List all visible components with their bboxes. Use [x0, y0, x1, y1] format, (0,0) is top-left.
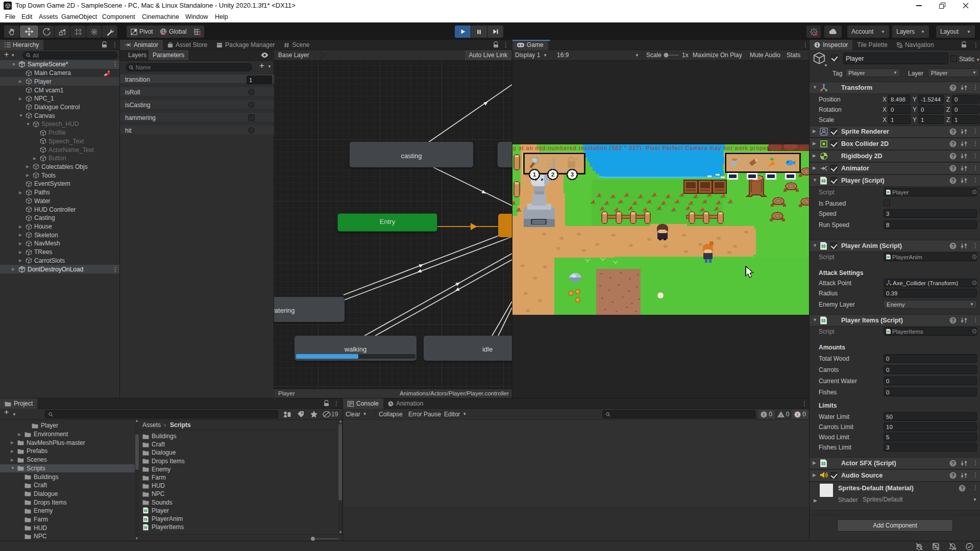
svg-text:g at an odd-numbered resolutio: g at an odd-numbered resolution (582 * 3… [513, 145, 804, 151]
svg-text:?: ? [951, 154, 954, 159]
svg-text:?: ? [951, 461, 954, 466]
svg-text:!: ! [763, 412, 765, 417]
svg-text:?: ? [951, 243, 954, 249]
svg-text:?: ? [951, 178, 954, 184]
svg-text:?: ? [961, 486, 964, 491]
svg-text:1: 1 [533, 171, 536, 178]
svg-text:3: 3 [571, 171, 574, 178]
svg-text:?: ? [951, 473, 954, 479]
svg-text:2: 2 [551, 171, 554, 178]
svg-text:!: ! [780, 413, 781, 418]
svg-text:?: ? [951, 166, 954, 171]
svg-text:!: ! [797, 412, 798, 417]
svg-text:?: ? [951, 85, 954, 91]
svg-text:?: ? [951, 318, 954, 323]
svg-text:?: ? [951, 129, 954, 135]
svg-text:?: ? [951, 141, 954, 147]
